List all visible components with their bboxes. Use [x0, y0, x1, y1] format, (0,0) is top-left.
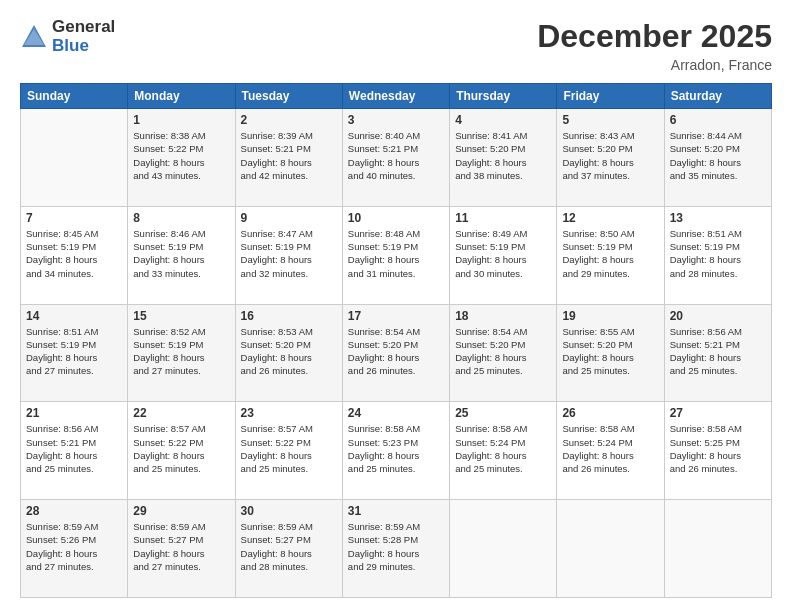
table-row: 18Sunrise: 8:54 AMSunset: 5:20 PMDayligh…: [450, 304, 557, 402]
table-row: 12Sunrise: 8:50 AMSunset: 5:19 PMDayligh…: [557, 206, 664, 304]
table-row: 16Sunrise: 8:53 AMSunset: 5:20 PMDayligh…: [235, 304, 342, 402]
table-row: 1Sunrise: 8:38 AMSunset: 5:22 PMDaylight…: [128, 109, 235, 207]
table-row: 5Sunrise: 8:43 AMSunset: 5:20 PMDaylight…: [557, 109, 664, 207]
day-info: Sunrise: 8:49 AMSunset: 5:19 PMDaylight:…: [455, 227, 551, 280]
col-sunday: Sunday: [21, 84, 128, 109]
day-info: Sunrise: 8:48 AMSunset: 5:19 PMDaylight:…: [348, 227, 444, 280]
table-row: 31Sunrise: 8:59 AMSunset: 5:28 PMDayligh…: [342, 500, 449, 598]
day-info: Sunrise: 8:52 AMSunset: 5:19 PMDaylight:…: [133, 325, 229, 378]
header: General Blue December 2025 Arradon, Fran…: [20, 18, 772, 73]
day-info: Sunrise: 8:53 AMSunset: 5:20 PMDaylight:…: [241, 325, 337, 378]
table-row: 29Sunrise: 8:59 AMSunset: 5:27 PMDayligh…: [128, 500, 235, 598]
table-row: 23Sunrise: 8:57 AMSunset: 5:22 PMDayligh…: [235, 402, 342, 500]
week-row-2: 14Sunrise: 8:51 AMSunset: 5:19 PMDayligh…: [21, 304, 772, 402]
day-number: 31: [348, 504, 444, 518]
table-row: 22Sunrise: 8:57 AMSunset: 5:22 PMDayligh…: [128, 402, 235, 500]
col-friday: Friday: [557, 84, 664, 109]
week-row-3: 21Sunrise: 8:56 AMSunset: 5:21 PMDayligh…: [21, 402, 772, 500]
day-number: 30: [241, 504, 337, 518]
day-info: Sunrise: 8:58 AMSunset: 5:24 PMDaylight:…: [455, 422, 551, 475]
day-info: Sunrise: 8:46 AMSunset: 5:19 PMDaylight:…: [133, 227, 229, 280]
col-tuesday: Tuesday: [235, 84, 342, 109]
day-info: Sunrise: 8:59 AMSunset: 5:26 PMDaylight:…: [26, 520, 122, 573]
table-row: 30Sunrise: 8:59 AMSunset: 5:27 PMDayligh…: [235, 500, 342, 598]
day-number: 8: [133, 211, 229, 225]
table-row: 21Sunrise: 8:56 AMSunset: 5:21 PMDayligh…: [21, 402, 128, 500]
day-number: 5: [562, 113, 658, 127]
day-number: 12: [562, 211, 658, 225]
table-row: 11Sunrise: 8:49 AMSunset: 5:19 PMDayligh…: [450, 206, 557, 304]
logo-text: General Blue: [52, 18, 115, 55]
day-number: 15: [133, 309, 229, 323]
day-number: 7: [26, 211, 122, 225]
day-info: Sunrise: 8:54 AMSunset: 5:20 PMDaylight:…: [348, 325, 444, 378]
day-info: Sunrise: 8:51 AMSunset: 5:19 PMDaylight:…: [670, 227, 766, 280]
day-number: 18: [455, 309, 551, 323]
logo: General Blue: [20, 18, 115, 55]
day-info: Sunrise: 8:57 AMSunset: 5:22 PMDaylight:…: [133, 422, 229, 475]
table-row: 9Sunrise: 8:47 AMSunset: 5:19 PMDaylight…: [235, 206, 342, 304]
day-number: 10: [348, 211, 444, 225]
table-row: 10Sunrise: 8:48 AMSunset: 5:19 PMDayligh…: [342, 206, 449, 304]
day-info: Sunrise: 8:40 AMSunset: 5:21 PMDaylight:…: [348, 129, 444, 182]
week-row-4: 28Sunrise: 8:59 AMSunset: 5:26 PMDayligh…: [21, 500, 772, 598]
day-number: 26: [562, 406, 658, 420]
day-number: 28: [26, 504, 122, 518]
table-row: 2Sunrise: 8:39 AMSunset: 5:21 PMDaylight…: [235, 109, 342, 207]
table-row: [450, 500, 557, 598]
table-row: 19Sunrise: 8:55 AMSunset: 5:20 PMDayligh…: [557, 304, 664, 402]
day-number: 27: [670, 406, 766, 420]
day-number: 11: [455, 211, 551, 225]
table-row: 17Sunrise: 8:54 AMSunset: 5:20 PMDayligh…: [342, 304, 449, 402]
week-row-1: 7Sunrise: 8:45 AMSunset: 5:19 PMDaylight…: [21, 206, 772, 304]
day-number: 23: [241, 406, 337, 420]
day-info: Sunrise: 8:58 AMSunset: 5:23 PMDaylight:…: [348, 422, 444, 475]
day-info: Sunrise: 8:58 AMSunset: 5:25 PMDaylight:…: [670, 422, 766, 475]
day-info: Sunrise: 8:43 AMSunset: 5:20 PMDaylight:…: [562, 129, 658, 182]
day-number: 19: [562, 309, 658, 323]
logo-general: General: [52, 18, 115, 37]
day-info: Sunrise: 8:39 AMSunset: 5:21 PMDaylight:…: [241, 129, 337, 182]
col-saturday: Saturday: [664, 84, 771, 109]
day-number: 17: [348, 309, 444, 323]
table-row: 27Sunrise: 8:58 AMSunset: 5:25 PMDayligh…: [664, 402, 771, 500]
day-info: Sunrise: 8:50 AMSunset: 5:19 PMDaylight:…: [562, 227, 658, 280]
title-block: December 2025 Arradon, France: [537, 18, 772, 73]
day-info: Sunrise: 8:59 AMSunset: 5:27 PMDaylight:…: [133, 520, 229, 573]
table-row: 13Sunrise: 8:51 AMSunset: 5:19 PMDayligh…: [664, 206, 771, 304]
day-info: Sunrise: 8:58 AMSunset: 5:24 PMDaylight:…: [562, 422, 658, 475]
logo-blue-text: Blue: [52, 37, 115, 56]
day-number: 21: [26, 406, 122, 420]
day-info: Sunrise: 8:47 AMSunset: 5:19 PMDaylight:…: [241, 227, 337, 280]
col-wednesday: Wednesday: [342, 84, 449, 109]
table-row: 3Sunrise: 8:40 AMSunset: 5:21 PMDaylight…: [342, 109, 449, 207]
table-row: 14Sunrise: 8:51 AMSunset: 5:19 PMDayligh…: [21, 304, 128, 402]
day-number: 20: [670, 309, 766, 323]
table-row: 26Sunrise: 8:58 AMSunset: 5:24 PMDayligh…: [557, 402, 664, 500]
day-number: 2: [241, 113, 337, 127]
day-info: Sunrise: 8:56 AMSunset: 5:21 PMDaylight:…: [26, 422, 122, 475]
day-info: Sunrise: 8:44 AMSunset: 5:20 PMDaylight:…: [670, 129, 766, 182]
day-number: 4: [455, 113, 551, 127]
day-number: 14: [26, 309, 122, 323]
day-number: 25: [455, 406, 551, 420]
day-info: Sunrise: 8:56 AMSunset: 5:21 PMDaylight:…: [670, 325, 766, 378]
calendar-table: Sunday Monday Tuesday Wednesday Thursday…: [20, 83, 772, 598]
calendar-body: 1Sunrise: 8:38 AMSunset: 5:22 PMDaylight…: [21, 109, 772, 598]
col-thursday: Thursday: [450, 84, 557, 109]
day-number: 3: [348, 113, 444, 127]
header-row: Sunday Monday Tuesday Wednesday Thursday…: [21, 84, 772, 109]
svg-marker-1: [24, 29, 44, 45]
col-monday: Monday: [128, 84, 235, 109]
location: Arradon, France: [537, 57, 772, 73]
month-title: December 2025: [537, 18, 772, 55]
table-row: [664, 500, 771, 598]
day-number: 22: [133, 406, 229, 420]
day-number: 24: [348, 406, 444, 420]
logo-icon: [20, 23, 48, 51]
table-row: 28Sunrise: 8:59 AMSunset: 5:26 PMDayligh…: [21, 500, 128, 598]
day-number: 13: [670, 211, 766, 225]
day-info: Sunrise: 8:45 AMSunset: 5:19 PMDaylight:…: [26, 227, 122, 280]
day-info: Sunrise: 8:55 AMSunset: 5:20 PMDaylight:…: [562, 325, 658, 378]
day-number: 6: [670, 113, 766, 127]
